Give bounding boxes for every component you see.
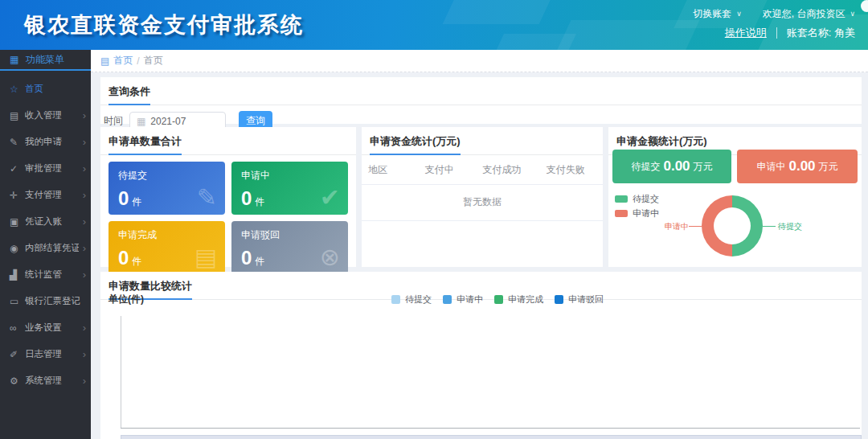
- application-count-panel: 申请单数量合计 待提交 0件 ✎ 申请中 0件 ✔ 申请完成 0件 ▤ 申请驳回…: [100, 127, 356, 267]
- app-window: 银农直联资金支付审批系统 切换账套 ∨ 欢迎您, 台商投资区 ∨ 操作说明 账套…: [0, 0, 868, 439]
- sidebar-item-system-mgmt[interactable]: ⚙ 系统管理 ›: [0, 367, 91, 394]
- column-paying: 支付中: [408, 163, 471, 177]
- in-progress-card[interactable]: 申请中 0件 ✔: [231, 162, 348, 215]
- sidebar-item-business-settings[interactable]: ∞ 业务设置 ›: [0, 314, 91, 341]
- y-axis-line: [121, 316, 121, 428]
- legend-swatch-green: [494, 295, 503, 304]
- sidebar-item-income-mgmt[interactable]: ▤ 收入管理 ›: [0, 102, 91, 129]
- switch-account-dropdown[interactable]: 切换账套 ∨: [693, 7, 742, 21]
- legend-item-pending[interactable]: 待提交: [615, 191, 659, 206]
- edit-icon: ✐: [10, 349, 21, 360]
- query-panel: 查询条件 时间 ▦ 2021-07 查询: [100, 77, 862, 124]
- query-panel-title: 查询条件: [108, 84, 150, 105]
- check-icon: ✓: [10, 163, 21, 174]
- column-pay-success: 支付成功: [471, 163, 534, 177]
- donut-callout-line-left: [689, 226, 702, 227]
- legend-swatch-blue: [443, 295, 452, 304]
- legend-item-in-progress[interactable]: 申请中: [615, 206, 659, 220]
- legend-swatch-salmon: [615, 210, 628, 217]
- calendar-icon: ▦: [137, 116, 145, 127]
- pending-amount-card[interactable]: 待提交 0.00 万元: [612, 150, 731, 183]
- funds-statistics-panel: 申请资金统计(万元) 地区 支付中 支付成功 支付失败 暂无数据: [362, 127, 603, 267]
- donut-label-right: 待提交: [778, 221, 802, 232]
- bar-chart-icon: ▟: [10, 269, 21, 281]
- query-panel-header: 查询条件: [100, 77, 862, 105]
- breadcrumb-home-link[interactable]: 首页: [113, 54, 133, 68]
- bar-chart-legend: 待提交 申请中 申请完成 申请驳回: [391, 292, 604, 306]
- count-panel-header: 申请单数量合计: [100, 127, 356, 155]
- legend-swatch-green: [615, 195, 628, 203]
- chevron-down-icon: ∨: [736, 10, 742, 18]
- sidebar-menu-header: ▦ 功能菜单: [0, 50, 91, 71]
- sidebar-item-log-mgmt[interactable]: ✐ 日志管理 ›: [0, 341, 91, 367]
- floating-help-button[interactable]: [861, 0, 868, 12]
- chevron-right-icon: ›: [83, 375, 86, 387]
- time-label: 时间: [104, 114, 123, 128]
- page-icon: ▤: [100, 55, 109, 67]
- sidebar-item-approval-mgmt[interactable]: ✓ 审批管理 ›: [0, 155, 91, 182]
- checklist-icon: ✔: [320, 183, 340, 211]
- chevron-right-icon: ›: [83, 215, 86, 228]
- breadcrumb: ▤ 首页 / 首页: [91, 50, 868, 72]
- rejected-card[interactable]: 申请驳回 0件 ⊗: [231, 221, 348, 274]
- breadcrumb-separator: /: [137, 55, 139, 67]
- card-icon: ▭: [10, 296, 21, 307]
- legend-item-pending-submit[interactable]: 待提交: [391, 292, 432, 306]
- document-rejected-icon: ⊗: [320, 243, 340, 271]
- target-icon: ◉: [10, 243, 21, 254]
- chevron-right-icon: ›: [83, 162, 86, 174]
- pencil-icon: ✎: [10, 137, 21, 148]
- breadcrumb-current: 首页: [144, 54, 163, 68]
- sidebar: ▦ 功能菜单 ☆ 首页 ▤ 收入管理 › ✎ 我的申请 › ✓ 审批管理 ›: [0, 50, 91, 439]
- chevron-right-icon: ›: [83, 189, 86, 201]
- chevron-right-icon: ›: [83, 322, 86, 334]
- column-region: 地区: [366, 163, 408, 177]
- donut-chart[interactable]: [702, 195, 763, 256]
- sidebar-item-voucher-entry[interactable]: ▣ 凭证入账 ›: [0, 208, 91, 235]
- gear-icon: ⚙: [10, 375, 21, 387]
- sidebar-item-bank-draft-registration[interactable]: ▭ 银行汇票登记: [0, 288, 91, 314]
- divider: [776, 27, 777, 39]
- chevron-right-icon: ›: [83, 348, 86, 360]
- donut-label-left: 申请中: [665, 221, 689, 232]
- comparison-chart-panel: 申请数量比较统计 单位(件) 待提交 申请中 申请完成 申请驳回: [100, 272, 862, 439]
- chevron-right-icon: ›: [83, 242, 86, 254]
- funds-panel-title: 申请资金统计(万元): [370, 134, 461, 155]
- pending-submit-card[interactable]: 待提交 0件 ✎: [108, 162, 225, 215]
- chart-scrollbar[interactable]: [121, 435, 862, 439]
- app-title: 银农直联资金支付审批系统: [24, 10, 304, 39]
- chevron-right-icon: ›: [83, 109, 86, 121]
- sidebar-item-payment-mgmt[interactable]: ✛ 支付管理 ›: [0, 182, 91, 208]
- sidebar-item-home[interactable]: ☆ 首页: [0, 76, 91, 102]
- completed-card[interactable]: 申请完成 0件 ▤: [108, 221, 225, 274]
- sidebar-item-internal-settlement-voucher[interactable]: ◉ 内部结算凭证 ›: [0, 235, 91, 261]
- header-account-area: 切换账套 ∨ 欢迎您, 台商投资区 ∨ 操作说明 账套名称: 角美: [693, 5, 855, 43]
- chevron-right-icon: ›: [83, 136, 86, 148]
- legend-item-rejected[interactable]: 申请驳回: [555, 292, 604, 306]
- menu-grid-icon: ▦: [10, 54, 21, 65]
- legend-swatch-lightblue: [391, 295, 400, 304]
- star-icon: ☆: [10, 84, 21, 95]
- chart-unit-label: 单位(件): [108, 293, 144, 306]
- x-axis-line: [121, 428, 860, 429]
- account-name-label: 账套名称: 角美: [787, 26, 855, 40]
- empty-data-text: 暂无数据: [362, 185, 603, 221]
- chevron-down-icon: ∨: [850, 10, 855, 18]
- chevron-right-icon: ›: [83, 269, 86, 281]
- legend-item-in-progress[interactable]: 申请中: [443, 292, 483, 306]
- sidebar-item-my-applications[interactable]: ✎ 我的申请 ›: [0, 129, 91, 155]
- briefcase-icon: ▣: [10, 216, 21, 228]
- in-progress-amount-card[interactable]: 申请中 0.00 万元: [737, 150, 858, 183]
- legend-item-completed[interactable]: 申请完成: [494, 292, 543, 306]
- header-decoration: [443, 0, 555, 24]
- donut-callout-line-right: [763, 226, 776, 227]
- sidebar-item-statistics-supervision[interactable]: ▟ 统计监管 ›: [0, 261, 91, 288]
- operation-manual-link[interactable]: 操作说明: [725, 26, 767, 40]
- column-pay-failed: 支付失败: [533, 163, 598, 177]
- legend-swatch-darkblue: [555, 295, 563, 304]
- welcome-user-dropdown[interactable]: 欢迎您, 台商投资区 ∨: [763, 7, 855, 21]
- payment-icon: ✛: [10, 190, 21, 201]
- funds-panel-header: 申请资金统计(万元): [362, 127, 603, 155]
- donut-legend: 待提交 申请中: [615, 191, 659, 220]
- edit-document-icon: ✎: [197, 183, 217, 211]
